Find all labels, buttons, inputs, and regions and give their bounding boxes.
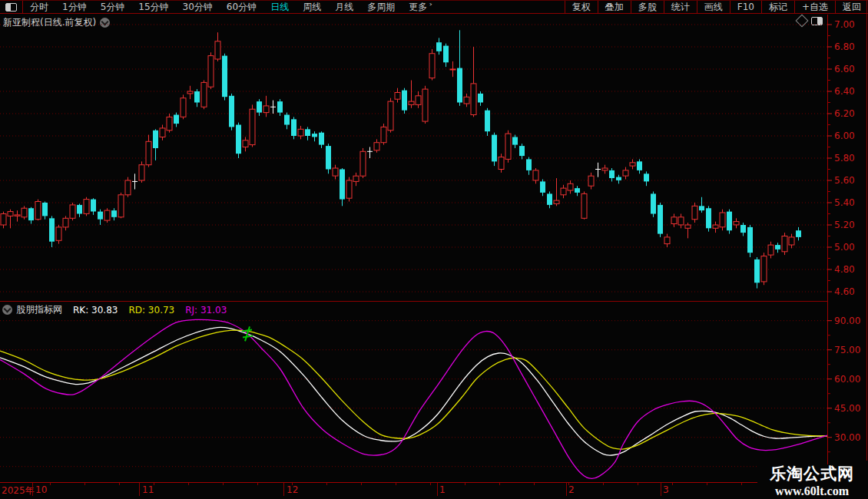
month-label-3: 3 — [663, 484, 669, 495]
price-tick-label: 5.00 — [834, 242, 866, 253]
period-tab-日线[interactable]: 日线 — [263, 1, 296, 13]
indicator-chart[interactable] — [0, 316, 828, 482]
week-tick — [119, 483, 120, 485]
period-tab-分时[interactable]: 分时 — [23, 1, 55, 13]
period-toolbar: 分时1分钟5分钟15分钟30分钟60分钟日线周线月线多周期 更多˃ 复权叠加多股… — [0, 0, 868, 14]
month-label-1: 1 — [439, 484, 446, 495]
year-label: 2025年 — [2, 484, 35, 497]
indicator-tick-label: 30.00 — [834, 432, 866, 443]
week-tick — [707, 483, 707, 485]
week-tick — [257, 483, 258, 485]
indicator-value-RD: RD: 30.73 — [128, 305, 174, 316]
period-tab-15分钟[interactable]: 15分钟 — [131, 1, 175, 13]
week-tick — [465, 483, 465, 485]
price-tick-label: 6.60 — [834, 64, 866, 74]
price-tick-label: 7.00 — [834, 19, 866, 30]
week-tick — [50, 483, 51, 485]
indicator-values: RK: 30.83RD: 30.73RJ: 31.03 — [62, 305, 227, 316]
month-separator — [139, 483, 140, 496]
week-tick — [361, 483, 362, 485]
action-buttons: 复权叠加多股统计画线F10标记+自选返回 — [565, 1, 868, 13]
week-tick — [154, 483, 154, 485]
indicator-value-RJ: RJ: 31.03 — [185, 305, 227, 316]
week-tick — [638, 483, 638, 485]
price-tick-label: 5.20 — [834, 220, 866, 230]
week-tick — [534, 483, 535, 485]
more-label: 更多 — [409, 2, 427, 12]
period-tab-周线[interactable]: 周线 — [296, 1, 328, 13]
action-button-统计[interactable]: 统计 — [664, 1, 697, 13]
indicator-tick-label: 60.00 — [834, 374, 866, 385]
week-tick — [568, 483, 569, 485]
price-tick-label: 4.80 — [834, 264, 866, 275]
period-tab-1分钟[interactable]: 1分钟 — [55, 1, 94, 13]
period-tab-30分钟[interactable]: 30分钟 — [176, 1, 220, 13]
week-tick — [741, 483, 742, 485]
panel-toggle-button[interactable] — [0, 1, 23, 13]
week-tick — [396, 483, 396, 485]
watermark: 乐淘公式网 www.60lt.com — [757, 464, 866, 498]
month-label-2: 2 — [568, 484, 575, 495]
week-tick — [499, 483, 500, 485]
month-label-10: 10 — [35, 484, 47, 495]
action-button-画线[interactable]: 画线 — [697, 1, 730, 13]
action-button-标记[interactable]: 标记 — [761, 1, 794, 13]
more-menu[interactable]: 更多˃ — [402, 1, 439, 13]
month-separator — [32, 483, 33, 496]
price-tick-label: 6.80 — [834, 41, 866, 52]
period-tab-60分钟[interactable]: 60分钟 — [220, 1, 263, 13]
month-separator — [661, 483, 661, 496]
week-tick — [430, 483, 431, 485]
price-tick-label: 5.80 — [834, 153, 866, 164]
month-label-12: 12 — [287, 484, 298, 495]
period-tab-多周期[interactable]: 多周期 — [360, 1, 402, 13]
period-tabs: 分时1分钟5分钟15分钟30分钟60分钟日线周线月线多周期 — [23, 1, 402, 13]
week-tick — [326, 483, 327, 485]
price-tick-label: 4.60 — [834, 286, 866, 297]
week-tick — [603, 483, 604, 485]
price-tick-label: 5.60 — [834, 175, 866, 186]
indicator-value-RK: RK: 30.83 — [73, 305, 118, 316]
watermark-url: www.60lt.com — [757, 484, 866, 498]
watermark-site-name: 乐淘公式网 — [757, 464, 866, 484]
price-tick-label: 6.20 — [834, 108, 866, 119]
indicator-name: 股朋指标网 — [16, 303, 62, 316]
indicator-tick-label: 90.00 — [834, 316, 866, 326]
chevron-down-icon[interactable] — [2, 305, 12, 315]
period-tab-月线[interactable]: 月线 — [328, 1, 360, 13]
week-tick — [672, 483, 673, 485]
candlestick-chart[interactable] — [0, 15, 828, 302]
month-separator — [437, 483, 438, 496]
indicator-tick-label: 45.00 — [834, 403, 866, 414]
panel-toggle-icon — [5, 3, 17, 12]
action-button-F10[interactable]: F10 — [730, 1, 761, 13]
month-separator — [566, 483, 567, 496]
date-axis[interactable]: 2025年 101112123 — [0, 482, 834, 499]
price-tick-label: 5.40 — [834, 197, 866, 208]
price-tick-label: 6.40 — [834, 86, 866, 97]
trading-app-window: 分时1分钟5分钟15分钟30分钟60分钟日线周线月线多周期 更多˃ 复权叠加多股… — [0, 0, 868, 499]
month-separator — [283, 483, 284, 496]
indicator-header: 股朋指标网 RK: 30.83RD: 30.73RJ: 31.03 — [2, 303, 227, 316]
period-tab-5分钟[interactable]: 5分钟 — [94, 1, 132, 13]
indicator-tick-label: 75.00 — [834, 345, 866, 355]
week-tick — [84, 483, 85, 485]
week-tick — [223, 483, 224, 485]
chevron-right-icon: ˃ — [429, 3, 432, 12]
action-button-复权[interactable]: 复权 — [565, 1, 598, 13]
panel-divider — [0, 301, 828, 302]
action-button-多股[interactable]: 多股 — [631, 1, 664, 13]
action-button-叠加[interactable]: 叠加 — [598, 1, 631, 13]
week-tick — [188, 483, 189, 485]
price-tick-label: 6.00 — [834, 131, 866, 141]
week-tick — [292, 483, 293, 485]
month-label-11: 11 — [142, 484, 154, 495]
